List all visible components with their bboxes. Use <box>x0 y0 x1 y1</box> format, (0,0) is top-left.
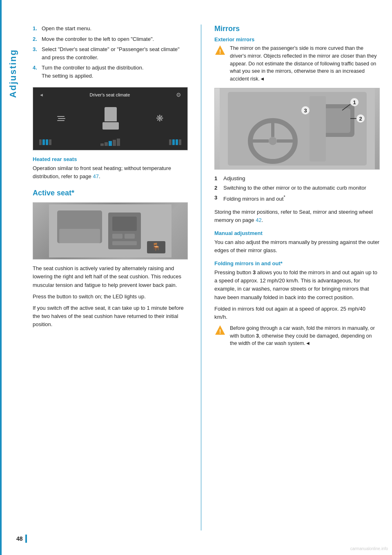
svg-rect-7 <box>112 241 137 245</box>
level-indicator <box>100 139 120 146</box>
page-footer: 48 <box>16 535 27 543</box>
heated-rear-text: Operation similar to front seat heating;… <box>33 164 188 181</box>
active-seat-text1: The seat cushion is actively varied by a… <box>33 264 188 289</box>
active-seat-text2: Press the button to switch on; the LED l… <box>33 293 188 301</box>
step-4: 4. Turn the controller to adjust the dis… <box>33 64 188 80</box>
heated-rear-heading: Heated rear seats <box>33 156 188 162</box>
step-1-text: Open the start menu. <box>42 25 188 33</box>
main-content: 1. Open the start menu. 2. Move the cont… <box>24 0 392 555</box>
right-column: Mirrors Exterior mirrors ! The mirror on… <box>214 25 380 530</box>
step-3: 3. Select "Driver's seat climate" or "Pa… <box>33 45 188 61</box>
climate-icons-row: ❋ <box>39 107 181 130</box>
manual-adj-text: You can also adjust the mirrors manually… <box>214 238 380 255</box>
heat-waves-icon <box>57 116 65 121</box>
heated-rear-link[interactable]: 47 <box>93 173 98 179</box>
step-1-num: 1. <box>33 25 40 33</box>
svg-text:🪑: 🪑 <box>151 242 161 251</box>
diagram-label-1: 1 Adjusting <box>214 175 380 183</box>
left-column: 1. Open the start menu. 2. Move the cont… <box>33 25 188 530</box>
climate-screen-image: ◄ Driver's seat climate ⚙ <box>33 87 188 150</box>
svg-rect-2 <box>59 229 100 243</box>
label-text-3: Folding mirrors in and out* <box>223 194 285 203</box>
svg-text:2: 2 <box>359 116 362 122</box>
climate-bars-left <box>39 139 51 145</box>
svg-rect-6 <box>125 234 135 239</box>
folding-text2: Folded in mirrors fold out again at a sp… <box>214 305 380 321</box>
climate-bottom <box>39 139 181 146</box>
diagram-label-2: 2 Switching to the other mirror or to th… <box>214 184 380 192</box>
warning-triangle-icon: ! <box>214 45 227 57</box>
mirrors-heading: Mirrors <box>214 25 380 33</box>
label-num-2: 2 <box>214 184 221 192</box>
bar-3 <box>46 139 48 145</box>
diagram-label-3: 3 Folding mirrors in and out* <box>214 194 380 203</box>
manual-adj-subheading: Manual adjustment <box>214 230 380 236</box>
exterior-mirrors-warning-text: The mirror on the passenger's side is mo… <box>230 45 380 83</box>
page-number: 48 <box>16 535 23 542</box>
seat-cushion <box>102 122 119 130</box>
svg-text:3: 3 <box>304 107 307 114</box>
step-4-num: 4. <box>33 64 40 80</box>
step-1: 1. Open the start menu. <box>33 25 188 33</box>
label-text-2: Switching to the other mirror or to the … <box>223 184 366 192</box>
svg-rect-30 <box>310 96 326 161</box>
svg-rect-4 <box>112 217 137 231</box>
sidebar-label: Adjusting <box>8 49 18 98</box>
label-num-3: 3 <box>214 194 221 203</box>
step-3-text: Select "Driver's seat climate" or "Passe… <box>42 45 188 61</box>
bar-2 <box>42 139 45 145</box>
bar-r4 <box>179 139 181 145</box>
exterior-mirrors-warning-box: ! The mirror on the passenger's side is … <box>214 45 380 83</box>
bar-r2 <box>172 139 175 145</box>
folding-warning-text: Before going through a car wash, fold th… <box>230 324 380 347</box>
mirror-car: 1 2 3 <box>215 88 379 169</box>
svg-text:!: ! <box>219 48 221 55</box>
bar-r3 <box>176 139 178 145</box>
page-container: Adjusting 1. Open the start menu. 2. Mov… <box>0 0 392 555</box>
seat-shape-icon <box>101 107 120 130</box>
step-4-text: Turn the controller to adjust the distri… <box>42 64 188 80</box>
svg-text:!: ! <box>219 328 221 335</box>
active-seat-image: 🪑 <box>33 202 188 260</box>
active-seat-heading: Active seat* <box>33 189 188 197</box>
folding-text1: Pressing button 3 allows you to fold the… <box>214 269 380 302</box>
bar-r1 <box>169 139 172 145</box>
fan-icon: ❋ <box>156 113 163 124</box>
exterior-mirrors-subheading: Exterior mirrors <box>214 36 380 43</box>
step-2-num: 2. <box>33 35 40 43</box>
car-interior: 🪑 <box>33 203 187 259</box>
step-2-text: Move the controller to the left to open … <box>42 35 188 43</box>
svg-text:1: 1 <box>353 99 356 105</box>
diagram-labels: 1 Adjusting 2 Switching to the other mir… <box>214 175 380 203</box>
climate-bars-right <box>169 139 181 145</box>
watermark: carmanualonline.info <box>350 546 388 551</box>
storing-text: Storing the mirror positions, refer to S… <box>214 208 380 224</box>
bar-4 <box>49 139 51 145</box>
bar-1 <box>39 139 42 145</box>
label-num-1: 1 <box>214 175 221 183</box>
label-text-1: Adjusting <box>223 175 245 183</box>
storing-link[interactable]: 42 <box>256 217 261 223</box>
column-divider <box>201 25 201 530</box>
folding-warning-triangle-icon: ! <box>214 324 227 337</box>
active-seat-text3: If you switch off the active seat, it ca… <box>33 304 188 329</box>
folding-warning-box: ! Before going through a car wash, fold … <box>214 324 380 347</box>
seat-back <box>105 107 117 121</box>
climate-screen: ◄ Driver's seat climate ⚙ <box>33 87 187 150</box>
folding-subheading: Folding mirrors in and out* <box>214 260 380 266</box>
steps-list: 1. Open the start menu. 2. Move the cont… <box>33 25 188 80</box>
step-3-num: 3. <box>33 45 40 61</box>
step-2: 2. Move the controller to the left to op… <box>33 35 188 43</box>
car-interior-svg: 🪑 <box>49 204 172 257</box>
climate-screen-title: Driver's seat climate <box>90 92 130 97</box>
page-bar <box>25 535 27 543</box>
svg-rect-5 <box>112 234 122 239</box>
climate-header: ◄ Driver's seat climate ⚙ <box>39 92 181 98</box>
mirror-diagram-image: 1 2 3 <box>214 88 380 170</box>
mirror-car-svg: 1 2 3 <box>220 88 375 170</box>
svg-point-15 <box>269 137 277 145</box>
sidebar: Adjusting <box>0 0 24 555</box>
